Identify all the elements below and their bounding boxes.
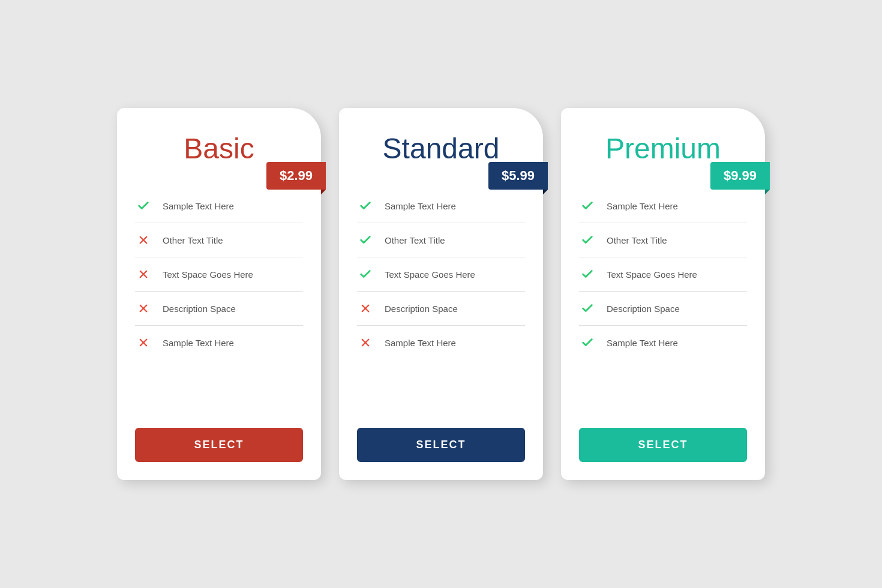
premium-feature-1: Other Text Title: [579, 223, 747, 257]
standard-feature-0: Sample Text Here: [357, 189, 525, 223]
premium-feature-2: Text Space Goes Here: [579, 257, 747, 292]
basic-feature-1: Other Text Title: [135, 223, 303, 257]
premium-title: Premium: [579, 132, 747, 165]
premium-footer: SELECT: [561, 416, 765, 480]
cross-icon: [135, 232, 152, 248]
standard-feature-text-4: Sample Text Here: [385, 338, 456, 348]
pricing-card-basic: Basic$2.99 Sample Text Here Other Text T…: [117, 108, 321, 480]
premium-feature-text-3: Description Space: [607, 304, 680, 314]
standard-price-badge: $5.99: [488, 162, 548, 190]
standard-feature-1: Other Text Title: [357, 223, 525, 257]
basic-select-button[interactable]: SELECT: [135, 428, 303, 462]
premium-feature-text-1: Other Text Title: [607, 235, 667, 245]
check-icon: [579, 266, 596, 283]
basic-feature-0: Sample Text Here: [135, 189, 303, 223]
check-icon: [579, 232, 596, 248]
standard-feature-text-2: Text Space Goes Here: [385, 269, 475, 280]
premium-feature-0: Sample Text Here: [579, 189, 747, 223]
cross-icon: [135, 266, 152, 283]
pricing-container: Basic$2.99 Sample Text Here Other Text T…: [117, 108, 765, 480]
basic-feature-text-4: Sample Text Here: [163, 338, 234, 348]
cross-icon: [357, 300, 374, 317]
standard-select-button[interactable]: SELECT: [357, 428, 525, 462]
basic-price-badge: $2.99: [266, 162, 326, 190]
basic-feature-text-3: Description Space: [163, 304, 236, 314]
basic-feature-text-0: Sample Text Here: [163, 201, 234, 211]
check-icon: [579, 197, 596, 214]
premium-feature-text-0: Sample Text Here: [607, 201, 678, 211]
check-icon: [579, 300, 596, 317]
basic-features-list: Sample Text Here Other Text Title Text S…: [117, 177, 321, 416]
basic-feature-3: Description Space: [135, 292, 303, 326]
cross-icon: [135, 300, 152, 317]
standard-feature-3: Description Space: [357, 292, 525, 326]
standard-feature-text-3: Description Space: [385, 304, 458, 314]
basic-feature-text-2: Text Space Goes Here: [163, 269, 253, 280]
cross-icon: [135, 334, 152, 351]
check-icon: [579, 334, 596, 351]
check-icon: [135, 197, 152, 214]
check-icon: [357, 197, 374, 214]
basic-feature-4: Sample Text Here: [135, 326, 303, 359]
standard-feature-2: Text Space Goes Here: [357, 257, 525, 292]
check-icon: [357, 266, 374, 283]
cross-icon: [357, 334, 374, 351]
premium-feature-4: Sample Text Here: [579, 326, 747, 359]
premium-price-badge: $9.99: [710, 162, 770, 190]
standard-feature-text-1: Other Text Title: [385, 235, 445, 245]
pricing-card-premium: Premium$9.99 Sample Text Here Other Text…: [561, 108, 765, 480]
basic-feature-2: Text Space Goes Here: [135, 257, 303, 292]
pricing-card-standard: Standard$5.99 Sample Text Here Other Tex…: [339, 108, 543, 480]
check-icon: [357, 232, 374, 248]
premium-feature-3: Description Space: [579, 292, 747, 326]
premium-feature-text-4: Sample Text Here: [607, 338, 678, 348]
basic-footer: SELECT: [117, 416, 321, 480]
standard-footer: SELECT: [339, 416, 543, 480]
standard-title: Standard: [357, 132, 525, 165]
premium-features-list: Sample Text Here Other Text Title Text S…: [561, 177, 765, 416]
premium-select-button[interactable]: SELECT: [579, 428, 747, 462]
standard-feature-4: Sample Text Here: [357, 326, 525, 359]
standard-feature-text-0: Sample Text Here: [385, 201, 456, 211]
basic-title: Basic: [135, 132, 303, 165]
standard-features-list: Sample Text Here Other Text Title Text S…: [339, 177, 543, 416]
premium-feature-text-2: Text Space Goes Here: [607, 269, 697, 280]
basic-feature-text-1: Other Text Title: [163, 235, 223, 245]
